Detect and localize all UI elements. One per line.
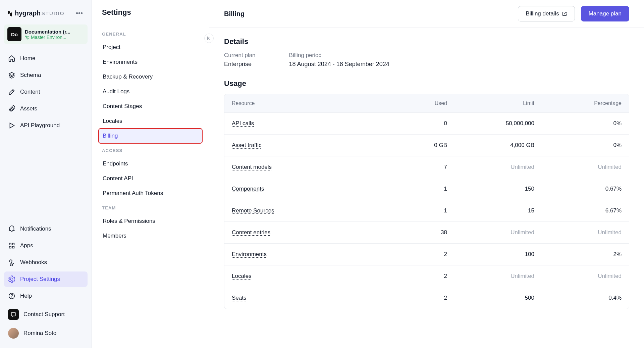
limit-value: Unlimited (454, 222, 542, 243)
resource-name[interactable]: Remote Sources (232, 207, 274, 214)
usage-row: Content entries38UnlimitedUnlimited (224, 221, 629, 243)
nav-label: Notifications (20, 226, 51, 232)
page-header: Billing Billing details Manage plan (209, 0, 644, 28)
used-value: 2 (381, 265, 454, 287)
limit-value: 50,000,000 (454, 113, 542, 134)
attachment-icon (8, 105, 15, 112)
usage-row: Locales2UnlimitedUnlimited (224, 265, 629, 287)
stack-icon (8, 71, 15, 79)
svg-rect-1 (11, 312, 15, 316)
nav-item-home[interactable]: Home (4, 51, 88, 66)
usage-row: API calls050,000,0000% (224, 112, 629, 134)
usage-row: Remote Sources1156.67% (224, 200, 629, 221)
project-title: Documentation (r... (25, 29, 70, 35)
webhook-icon (8, 259, 15, 266)
used-value: 2 (381, 287, 454, 309)
settings-group-general: GENERAL (99, 27, 202, 40)
project-selector[interactable]: Do Documentation (r... Master Environ... (4, 24, 88, 44)
settings-item-audit-logs[interactable]: Audit Logs (99, 84, 202, 99)
settings-item-permanent-auth-tokens[interactable]: Permanent Auth Tokens (99, 186, 202, 201)
current-plan-value: Enterprise (224, 61, 256, 68)
settings-item-project[interactable]: Project (99, 40, 202, 55)
settings-item-roles-permissions[interactable]: Roles & Permissions (99, 214, 202, 229)
used-value: 0 GB (381, 135, 454, 156)
billing-period-label: Billing period (289, 52, 389, 59)
resource-name[interactable]: Content models (232, 164, 272, 170)
col-limit: Limit (454, 94, 542, 112)
brand-name: hygraph (15, 9, 41, 17)
percentage-value: 2% (542, 244, 629, 265)
nav-primary: HomeSchemaContentAssetsAPI Playground (4, 51, 88, 133)
play-icon (8, 122, 15, 129)
percentage-value: 0.67% (542, 178, 629, 200)
nav-item-notifications[interactable]: Notifications (4, 221, 88, 237)
collapse-sidebar-button[interactable] (204, 34, 214, 43)
usage-row: Asset traffic0 GB4,000 GB0% (224, 134, 629, 156)
hygraph-logo-icon (7, 10, 13, 17)
resource-name[interactable]: Components (232, 186, 264, 192)
percentage-value: Unlimited (542, 265, 629, 287)
resource-name[interactable]: API calls (232, 120, 254, 127)
settings-item-billing[interactable]: Billing (99, 129, 202, 143)
collapse-icon (207, 36, 211, 41)
brand-logo[interactable]: hygraph STUDIO (7, 9, 64, 17)
project-environment: Master Environ... (25, 35, 70, 40)
billing-details-button[interactable]: Billing details (518, 6, 575, 21)
brand-suffix: STUDIO (42, 10, 65, 16)
nav-item-content[interactable]: Content (4, 84, 88, 100)
used-value: 1 (381, 200, 454, 221)
settings-item-locales[interactable]: Locales (99, 114, 202, 129)
percentage-value: 0% (542, 135, 629, 156)
usage-heading: Usage (224, 79, 629, 88)
manage-plan-button[interactable]: Manage plan (581, 6, 629, 21)
resource-name[interactable]: Seats (232, 295, 246, 301)
settings-group-team: TEAM (99, 201, 202, 214)
used-value: 7 (381, 156, 454, 178)
col-percentage: Percentage (542, 94, 629, 112)
resource-name[interactable]: Locales (232, 273, 252, 279)
nav-item-schema[interactable]: Schema (4, 67, 88, 83)
nav-item-api-playground[interactable]: API Playground (4, 118, 88, 133)
used-value: 2 (381, 244, 454, 265)
more-menu-button[interactable]: ••• (74, 8, 85, 18)
nav-label: Help (20, 293, 32, 299)
settings-item-content-api[interactable]: Content API (99, 171, 202, 186)
usage-row: Content models7UnlimitedUnlimited (224, 156, 629, 178)
nav-item-project-settings[interactable]: Project Settings (4, 271, 88, 287)
resource-name[interactable]: Asset traffic (232, 142, 262, 148)
sidebar-primary: hygraph STUDIO ••• Do Documentation (r..… (0, 0, 92, 348)
nav-item-webhooks[interactable]: Webhooks (4, 255, 88, 270)
user-profile[interactable]: Romina Soto (4, 324, 88, 343)
settings-title: Settings (99, 8, 202, 17)
percentage-value: 0% (542, 113, 629, 134)
external-link-icon (562, 11, 567, 16)
nav-item-assets[interactable]: Assets (4, 101, 88, 116)
edit-icon (8, 88, 15, 96)
used-value: 0 (381, 113, 454, 134)
used-value: 1 (381, 178, 454, 200)
bell-icon (8, 225, 15, 233)
page-title: Billing (224, 10, 245, 18)
limit-value: 4,000 GB (454, 135, 542, 156)
resource-name[interactable]: Environments (232, 251, 267, 257)
settings-item-content-stages[interactable]: Content Stages (99, 99, 202, 114)
limit-value: 500 (454, 287, 542, 309)
nav-item-help[interactable]: Help (4, 288, 88, 304)
resource-name[interactable]: Content entries (232, 229, 270, 236)
percentage-value: Unlimited (542, 222, 629, 243)
settings-item-backup-recovery[interactable]: Backup & Recovery (99, 69, 202, 84)
avatar (8, 328, 19, 339)
home-icon (8, 55, 15, 62)
nav-item-contact-support[interactable]: Contact Support (4, 305, 88, 324)
current-plan-label: Current plan (224, 52, 256, 59)
nav-item-apps[interactable]: Apps (4, 238, 88, 253)
nav-label: API Playground (20, 122, 60, 129)
used-value: 38 (381, 222, 454, 243)
user-name: Romina Soto (23, 330, 56, 337)
settings-item-members[interactable]: Members (99, 229, 202, 243)
help-icon (8, 292, 15, 300)
project-avatar: Do (7, 27, 21, 41)
settings-item-environments[interactable]: Environments (99, 55, 202, 69)
settings-item-endpoints[interactable]: Endpoints (99, 156, 202, 171)
nav-label: Assets (20, 105, 37, 112)
